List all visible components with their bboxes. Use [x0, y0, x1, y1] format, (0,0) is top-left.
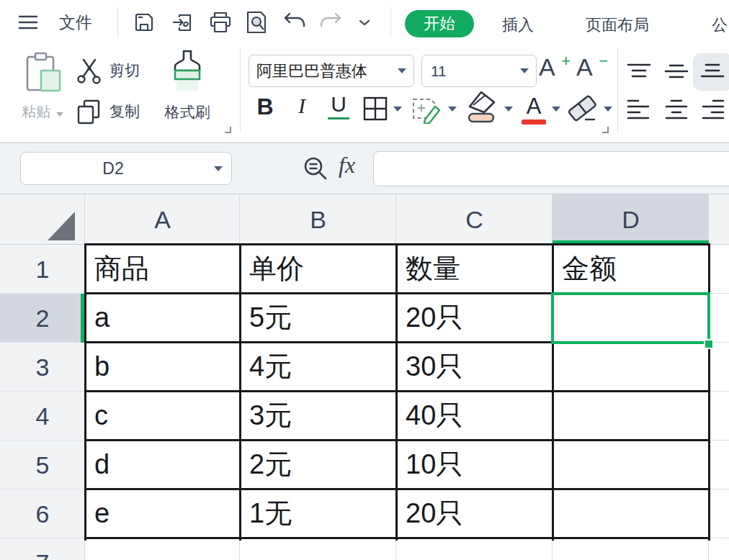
font-dialog-launcher-icon[interactable]	[602, 127, 609, 133]
row-header-1[interactable]: 1	[0, 245, 85, 294]
font-color-bar	[522, 119, 546, 125]
cell-C2[interactable]: 20只	[396, 294, 553, 343]
cell-B6[interactable]: 1无	[240, 489, 396, 538]
font-color-letter: A	[527, 94, 542, 119]
increase-font-size-button[interactable]: A +	[539, 53, 571, 88]
cell-D6[interactable]	[553, 489, 709, 538]
cell-A1[interactable]: 商品	[85, 245, 240, 294]
print-icon[interactable]	[208, 10, 233, 35]
minus-sign: −	[599, 52, 608, 71]
cell-C4[interactable]: 40只	[396, 392, 553, 441]
export-pdf-icon[interactable]	[170, 10, 194, 35]
row-header-6[interactable]: 6	[0, 489, 85, 538]
copy-button[interactable]: 复制	[75, 98, 140, 125]
cell-B3[interactable]: 4元	[240, 343, 396, 392]
ribbon-toolbar: 粘贴 剪切 复制 格式刷	[0, 43, 729, 143]
cell-D5[interactable]	[553, 441, 709, 489]
fill-handle[interactable]	[704, 339, 714, 349]
file-menu[interactable]: 文件	[59, 12, 92, 34]
eraser-button[interactable]	[566, 92, 601, 125]
font-family-select[interactable]: 阿里巴巴普惠体	[249, 55, 414, 87]
formula-input[interactable]	[373, 151, 729, 186]
cell-C6[interactable]: 20只	[396, 489, 553, 538]
save-icon[interactable]	[132, 10, 156, 35]
tab-formulas[interactable]: 公	[712, 14, 728, 36]
cell-B1[interactable]: 单价	[240, 245, 396, 294]
bold-button[interactable]: B	[252, 94, 278, 124]
underline-button[interactable]: U	[324, 92, 353, 125]
cell-A6[interactable]: e	[85, 489, 240, 538]
cell-B5[interactable]: 2元	[240, 441, 396, 489]
cut-label: 剪切	[109, 60, 140, 81]
row-header-3[interactable]: 3	[0, 343, 85, 392]
fill-color-button[interactable]	[464, 91, 500, 125]
format-painter-label: 格式刷	[165, 104, 210, 120]
eraser-dropdown-icon[interactable]	[604, 107, 612, 112]
cell-B4[interactable]: 3元	[240, 392, 396, 441]
align-bottom-icon[interactable]	[697, 60, 728, 83]
clipboard-dialog-launcher-icon[interactable]	[225, 127, 231, 133]
font-color-dropdown-icon[interactable]	[552, 107, 560, 112]
insert-function-fx[interactable]: fx	[339, 152, 355, 179]
tab-page-layout[interactable]: 页面布局	[586, 14, 649, 36]
cell-C1[interactable]: 数量	[396, 245, 553, 294]
redo-icon[interactable]	[318, 10, 343, 35]
cell-A2[interactable]: a	[85, 294, 240, 343]
hamburger-menu-icon[interactable]	[16, 10, 40, 35]
cell-C5[interactable]: 10只	[396, 441, 553, 489]
paste-button[interactable]: 粘贴	[13, 48, 72, 122]
row-header-2[interactable]: 2	[0, 294, 85, 343]
row-header-4[interactable]: 4	[0, 392, 85, 441]
column-header-E-partial[interactable]	[709, 194, 729, 245]
align-middle-icon[interactable]	[661, 60, 692, 83]
column-header-D[interactable]: D	[553, 194, 709, 245]
select-all-triangle-icon[interactable]	[48, 212, 75, 240]
cell-A5[interactable]: d	[85, 441, 240, 489]
column-header-B[interactable]: B	[240, 194, 396, 245]
column-header-A[interactable]: A	[85, 194, 240, 245]
borders-dropdown-icon[interactable]	[393, 107, 402, 112]
cell-D3[interactable]	[553, 343, 709, 392]
font-size-select[interactable]: 11	[421, 55, 537, 87]
font-size-value: 11	[422, 63, 520, 80]
quick-access-more-icon[interactable]	[354, 10, 375, 35]
tab-home[interactable]: 开始	[405, 10, 474, 37]
italic-button[interactable]: I	[292, 94, 311, 124]
row-header-7[interactable]: 7	[0, 538, 85, 560]
spreadsheet-app: 文件 开始 插入 页面布局 公	[0, 0, 729, 560]
borders-button[interactable]	[362, 95, 389, 122]
cell-A4[interactable]: c	[85, 392, 240, 441]
tab-insert[interactable]: 插入	[502, 14, 534, 36]
align-left-icon[interactable]	[624, 98, 654, 121]
plus-sign: +	[561, 52, 571, 71]
copy-label: 复制	[109, 101, 140, 122]
align-top-icon[interactable]	[624, 60, 654, 83]
draw-border-dropdown-icon[interactable]	[448, 107, 457, 112]
cell-B2[interactable]: 5元	[240, 294, 396, 343]
print-preview-icon[interactable]	[244, 10, 269, 35]
column-header-C[interactable]: C	[396, 194, 553, 245]
cell-A3[interactable]: b	[85, 343, 240, 392]
zoom-formula-icon[interactable]	[301, 155, 330, 184]
draw-border-button[interactable]	[409, 92, 442, 124]
top-bar: 文件 开始 插入 页面布局 公	[0, 0, 729, 43]
cell-D4[interactable]	[553, 392, 709, 441]
row-header-5[interactable]: 5	[0, 441, 85, 489]
cell-D1[interactable]: 金额	[553, 245, 709, 294]
align-right-icon[interactable]	[697, 98, 728, 121]
selection-border	[551, 292, 710, 344]
underline-letter: U	[331, 92, 346, 116]
cell-C3[interactable]: 30只	[396, 343, 553, 392]
undo-icon[interactable]	[282, 10, 307, 35]
name-box[interactable]: D2	[20, 152, 232, 185]
tab-home-label: 开始	[424, 13, 455, 35]
align-center-icon[interactable]	[661, 98, 692, 121]
font-color-button[interactable]: A	[520, 94, 547, 125]
cut-button[interactable]: 剪切	[75, 56, 140, 85]
decrease-font-size-button[interactable]: A −	[576, 53, 608, 88]
fill-color-dropdown-icon[interactable]	[504, 107, 513, 112]
font-size-dropdown-icon	[520, 68, 529, 73]
format-painter-button[interactable]: 格式刷	[153, 48, 222, 122]
divider	[617, 49, 618, 132]
decrease-font-letter: A	[576, 53, 593, 81]
